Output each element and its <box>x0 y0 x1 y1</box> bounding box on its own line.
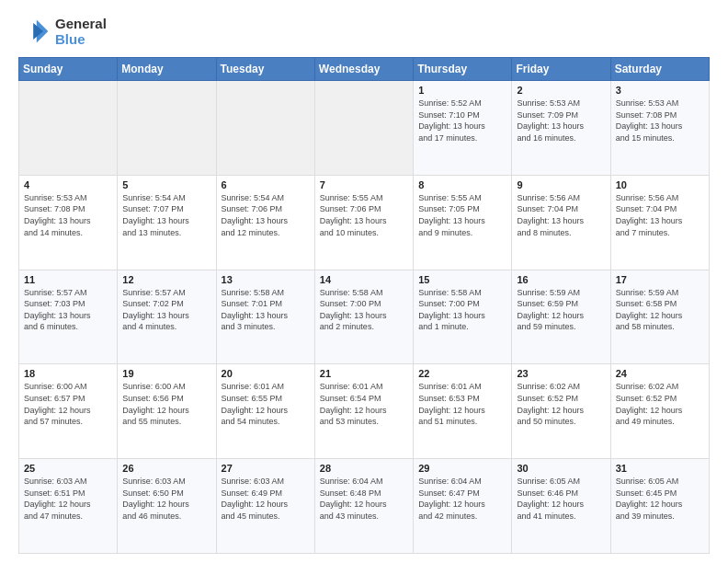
day-number: 30 <box>517 463 605 474</box>
day-number: 29 <box>418 463 506 474</box>
day-number: 19 <box>122 368 210 379</box>
calendar-cell: 1Sunrise: 5:52 AM Sunset: 7:10 PM Daylig… <box>414 81 512 176</box>
day-number: 21 <box>320 368 408 379</box>
day-number: 9 <box>517 179 605 190</box>
week-row-0: 1Sunrise: 5:52 AM Sunset: 7:10 PM Daylig… <box>19 81 710 176</box>
day-number: 18 <box>24 368 112 379</box>
header-wednesday: Wednesday <box>314 58 413 81</box>
header-monday: Monday <box>118 58 216 81</box>
day-info: Sunrise: 6:02 AM Sunset: 6:52 PM Dayligh… <box>616 381 704 427</box>
calendar-cell: 15Sunrise: 5:58 AM Sunset: 7:00 PM Dayli… <box>414 270 512 364</box>
calendar-cell: 25Sunrise: 6:03 AM Sunset: 6:51 PM Dayli… <box>19 459 118 554</box>
header: General Blue <box>18 15 710 48</box>
day-info: Sunrise: 6:01 AM Sunset: 6:54 PM Dayligh… <box>320 381 408 427</box>
calendar-cell: 30Sunrise: 6:05 AM Sunset: 6:46 PM Dayli… <box>512 459 610 554</box>
calendar-cell: 3Sunrise: 5:53 AM Sunset: 7:08 PM Daylig… <box>610 81 709 176</box>
day-number: 24 <box>616 368 704 379</box>
week-row-3: 18Sunrise: 6:00 AM Sunset: 6:57 PM Dayli… <box>19 364 710 459</box>
day-info: Sunrise: 6:04 AM Sunset: 6:47 PM Dayligh… <box>418 476 506 522</box>
day-info: Sunrise: 5:56 AM Sunset: 7:04 PM Dayligh… <box>616 192 704 238</box>
day-info: Sunrise: 5:52 AM Sunset: 7:10 PM Dayligh… <box>418 98 506 144</box>
calendar-cell <box>118 81 216 176</box>
day-info: Sunrise: 6:00 AM Sunset: 6:57 PM Dayligh… <box>24 381 112 427</box>
day-info: Sunrise: 5:54 AM Sunset: 7:06 PM Dayligh… <box>222 192 310 238</box>
day-info: Sunrise: 5:58 AM Sunset: 7:00 PM Dayligh… <box>320 287 408 333</box>
logo: General Blue <box>18 15 107 48</box>
day-number: 1 <box>418 85 506 96</box>
calendar-cell: 22Sunrise: 6:01 AM Sunset: 6:53 PM Dayli… <box>414 364 512 459</box>
calendar-cell <box>314 81 413 176</box>
day-number: 27 <box>222 463 310 474</box>
calendar-cell: 13Sunrise: 5:58 AM Sunset: 7:01 PM Dayli… <box>216 270 314 364</box>
calendar-cell: 24Sunrise: 6:02 AM Sunset: 6:52 PM Dayli… <box>610 364 709 459</box>
calendar-cell: 12Sunrise: 5:57 AM Sunset: 7:02 PM Dayli… <box>118 270 216 364</box>
calendar-cell: 28Sunrise: 6:04 AM Sunset: 6:48 PM Dayli… <box>314 459 413 554</box>
day-info: Sunrise: 5:55 AM Sunset: 7:06 PM Dayligh… <box>320 192 408 238</box>
calendar-cell: 8Sunrise: 5:55 AM Sunset: 7:05 PM Daylig… <box>414 175 512 270</box>
calendar-cell: 31Sunrise: 6:05 AM Sunset: 6:45 PM Dayli… <box>610 459 709 554</box>
calendar-cell <box>216 81 314 176</box>
day-number: 10 <box>616 179 704 190</box>
day-number: 23 <box>517 368 605 379</box>
day-number: 31 <box>616 463 704 474</box>
calendar-cell: 10Sunrise: 5:56 AM Sunset: 7:04 PM Dayli… <box>610 175 709 270</box>
day-number: 8 <box>418 179 506 190</box>
day-number: 16 <box>517 274 605 285</box>
day-info: Sunrise: 6:03 AM Sunset: 6:51 PM Dayligh… <box>24 476 112 522</box>
calendar-header: SundayMondayTuesdayWednesdayThursdayFrid… <box>19 58 710 81</box>
day-info: Sunrise: 5:57 AM Sunset: 7:03 PM Dayligh… <box>24 287 112 333</box>
day-number: 11 <box>24 274 112 285</box>
header-tuesday: Tuesday <box>216 58 314 81</box>
day-info: Sunrise: 5:59 AM Sunset: 6:59 PM Dayligh… <box>517 287 605 333</box>
calendar-cell <box>19 81 118 176</box>
day-number: 14 <box>320 274 408 285</box>
day-info: Sunrise: 6:04 AM Sunset: 6:48 PM Dayligh… <box>320 476 408 522</box>
day-info: Sunrise: 5:54 AM Sunset: 7:07 PM Dayligh… <box>122 192 210 238</box>
calendar-cell: 18Sunrise: 6:00 AM Sunset: 6:57 PM Dayli… <box>19 364 118 459</box>
header-row: SundayMondayTuesdayWednesdayThursdayFrid… <box>19 58 710 81</box>
day-info: Sunrise: 5:58 AM Sunset: 7:01 PM Dayligh… <box>222 287 310 333</box>
calendar-cell: 27Sunrise: 6:03 AM Sunset: 6:49 PM Dayli… <box>216 459 314 554</box>
day-info: Sunrise: 6:03 AM Sunset: 6:50 PM Dayligh… <box>122 476 210 522</box>
header-sunday: Sunday <box>19 58 118 81</box>
header-thursday: Thursday <box>414 58 512 81</box>
day-number: 28 <box>320 463 408 474</box>
day-number: 22 <box>418 368 506 379</box>
day-info: Sunrise: 5:56 AM Sunset: 7:04 PM Dayligh… <box>517 192 605 238</box>
day-number: 25 <box>24 463 112 474</box>
calendar-cell: 14Sunrise: 5:58 AM Sunset: 7:00 PM Dayli… <box>314 270 413 364</box>
logo-icon <box>18 15 51 48</box>
day-number: 3 <box>616 85 704 96</box>
day-info: Sunrise: 6:05 AM Sunset: 6:46 PM Dayligh… <box>517 476 605 522</box>
calendar-cell: 29Sunrise: 6:04 AM Sunset: 6:47 PM Dayli… <box>414 459 512 554</box>
calendar-cell: 26Sunrise: 6:03 AM Sunset: 6:50 PM Dayli… <box>118 459 216 554</box>
day-number: 13 <box>222 274 310 285</box>
day-info: Sunrise: 6:01 AM Sunset: 6:53 PM Dayligh… <box>418 381 506 427</box>
day-info: Sunrise: 6:05 AM Sunset: 6:45 PM Dayligh… <box>616 476 704 522</box>
calendar-cell: 4Sunrise: 5:53 AM Sunset: 7:08 PM Daylig… <box>19 175 118 270</box>
calendar-cell: 19Sunrise: 6:00 AM Sunset: 6:56 PM Dayli… <box>118 364 216 459</box>
calendar-body: 1Sunrise: 5:52 AM Sunset: 7:10 PM Daylig… <box>19 81 710 554</box>
day-info: Sunrise: 5:53 AM Sunset: 7:08 PM Dayligh… <box>24 192 112 238</box>
calendar-cell: 7Sunrise: 5:55 AM Sunset: 7:06 PM Daylig… <box>314 175 413 270</box>
calendar-cell: 21Sunrise: 6:01 AM Sunset: 6:54 PM Dayli… <box>314 364 413 459</box>
day-number: 20 <box>222 368 310 379</box>
calendar-table: SundayMondayTuesdayWednesdayThursdayFrid… <box>18 57 710 554</box>
calendar-cell: 5Sunrise: 5:54 AM Sunset: 7:07 PM Daylig… <box>118 175 216 270</box>
day-number: 12 <box>122 274 210 285</box>
day-info: Sunrise: 5:58 AM Sunset: 7:00 PM Dayligh… <box>418 287 506 333</box>
day-info: Sunrise: 5:53 AM Sunset: 7:09 PM Dayligh… <box>517 98 605 144</box>
day-info: Sunrise: 5:55 AM Sunset: 7:05 PM Dayligh… <box>418 192 506 238</box>
week-row-4: 25Sunrise: 6:03 AM Sunset: 6:51 PM Dayli… <box>19 459 710 554</box>
calendar-cell: 23Sunrise: 6:02 AM Sunset: 6:52 PM Dayli… <box>512 364 610 459</box>
day-number: 5 <box>122 179 210 190</box>
day-info: Sunrise: 6:00 AM Sunset: 6:56 PM Dayligh… <box>122 381 210 427</box>
day-info: Sunrise: 6:03 AM Sunset: 6:49 PM Dayligh… <box>222 476 310 522</box>
day-number: 26 <box>122 463 210 474</box>
calendar-cell: 2Sunrise: 5:53 AM Sunset: 7:09 PM Daylig… <box>512 81 610 176</box>
day-number: 2 <box>517 85 605 96</box>
day-number: 6 <box>222 179 310 190</box>
day-info: Sunrise: 5:59 AM Sunset: 6:58 PM Dayligh… <box>616 287 704 333</box>
day-number: 17 <box>616 274 704 285</box>
calendar-cell: 20Sunrise: 6:01 AM Sunset: 6:55 PM Dayli… <box>216 364 314 459</box>
